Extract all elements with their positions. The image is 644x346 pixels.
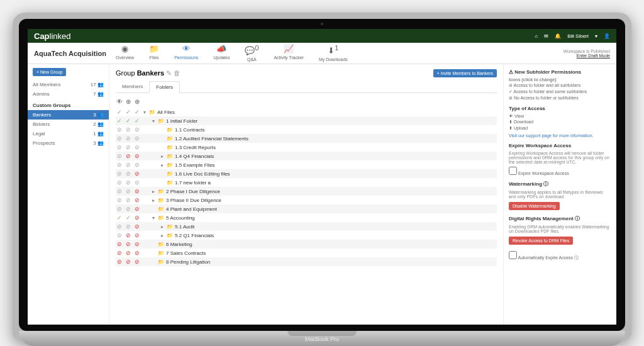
folder-row[interactable]: ⊘⊘⊘📁8 Pending Litigation	[116, 257, 497, 266]
logo: Caplinked	[34, 31, 71, 41]
expand-icon[interactable]: ▸	[151, 189, 156, 194]
nav-files[interactable]: 📁Files	[149, 44, 159, 62]
workspace-name: AquaTech Acquisition	[34, 50, 116, 57]
folder-name: 1.5 Example Files	[175, 162, 215, 168]
download-col-icon[interactable]: ⊕	[125, 98, 132, 105]
folder-row[interactable]: ✓✓✓▾📁1 Initial Folder	[116, 116, 497, 125]
main-panel: Group Bankers ✎ 🗑 + Invite Members to Ba…	[109, 64, 503, 325]
folder-icon: 📁	[158, 215, 164, 221]
folder-row[interactable]: ⊘⊘⊘📁1.6 Live Doc Editing files	[116, 169, 497, 178]
folder-row[interactable]: ⊘⊘⊘📁4 Plant and Equipment	[116, 204, 497, 213]
auto-expire-checkbox[interactable]	[509, 251, 517, 259]
avatar[interactable]: 👤	[604, 33, 610, 39]
folder-name: 1.4 Q4 Financials	[175, 153, 214, 159]
folder-row[interactable]: ⊘⊘⊘▸📁5.2 Q1 Financials	[116, 231, 497, 240]
disable-watermarking-button[interactable]: Disable Watermarking	[509, 202, 560, 210]
sidebar-group-bankers[interactable]: Bankers3 👥	[28, 110, 109, 120]
upload-col-icon[interactable]: ⊕	[133, 98, 141, 105]
folder-name: 1.2 Audited Financial Statements	[175, 136, 248, 142]
subtab-folders[interactable]: Folders	[149, 81, 180, 93]
invite-button[interactable]: + Invite Members to Bankers	[433, 69, 497, 77]
expand-icon[interactable]: ▸	[160, 162, 165, 168]
sidebar-group-bidders[interactable]: Bidders2 👥	[28, 120, 109, 129]
folder-icon: 📁	[167, 180, 173, 186]
expand-icon[interactable]: ▾	[151, 215, 156, 221]
laptop-base: MacBook Pro	[19, 331, 625, 346]
megaphone-icon: 📣	[213, 44, 230, 53]
edit-icon[interactable]: ✎	[166, 69, 172, 77]
folder-icon: 📁	[167, 127, 173, 133]
folder-icon: 📁	[167, 162, 173, 168]
folder-icon: 📁	[167, 153, 173, 159]
expand-icon[interactable]: ▸	[160, 224, 165, 230]
folder-name: 5.1 Audit	[175, 224, 194, 230]
mail-icon[interactable]: ✉	[544, 33, 548, 39]
nav-downloads[interactable]: ⬇1My Downloads	[319, 44, 348, 62]
revoke-drm-button[interactable]: Revoke Access to DRM Files	[509, 237, 573, 245]
expand-icon[interactable]: ▸	[160, 153, 165, 159]
right-panel: ⚠ New Subfolder Permissions Icons (click…	[503, 64, 616, 325]
publish-status: Workspace is Published Enter Draft Mode	[563, 49, 610, 58]
expand-icon[interactable]: ▾	[142, 109, 147, 115]
expand-icon[interactable]: ▸	[151, 198, 156, 203]
folder-row[interactable]: ⊘⊘⊘▸📁1.5 Example Files	[116, 160, 497, 169]
expand-icon[interactable]: ▾	[151, 118, 156, 124]
sidebar-group-legal[interactable]: Legal1 👥	[28, 129, 109, 138]
bell-icon[interactable]: 🔔	[555, 33, 561, 39]
folder-row[interactable]: ✓✓⊘▾📁5 Accounting	[116, 213, 497, 222]
folder-row[interactable]: ⊘⊘⊘📁1.1 Contracts	[116, 125, 497, 134]
folder-row[interactable]: ⊘⊘⊘▸📁3 Phase II Due Diligence	[116, 196, 497, 204]
nav-overview[interactable]: ◉Overview	[116, 44, 134, 62]
folder-name: 2 Phase I Due Diligence	[166, 189, 220, 194]
new-group-button[interactable]: + New Group	[33, 68, 66, 76]
view-col-icon[interactable]: 👁	[116, 98, 123, 105]
folder-name: 5.2 Q1 Financials	[175, 233, 214, 238]
folder-name: 5 Accounting	[166, 215, 195, 221]
expire-checkbox[interactable]	[509, 167, 517, 175]
expire-title: Expire Workspace Access	[509, 143, 611, 148]
folder-row[interactable]: ⊘⊘⊘📁1.3 Credit Reports	[116, 143, 497, 152]
folder-icon: 📁	[167, 224, 173, 230]
expand-icon[interactable]: ▸	[160, 233, 165, 238]
chat-icon: 💬0	[245, 44, 258, 55]
folder-row[interactable]: ⊘⊘⊘▸📁5.1 Audit	[116, 222, 497, 231]
folder-icon: 📁	[149, 44, 159, 53]
nav-updates[interactable]: 📣Updates	[213, 44, 230, 62]
folder-icon: 📁	[158, 189, 164, 194]
subtab-members[interactable]: Members	[116, 81, 149, 92]
folder-name: 4 Plant and Equipment	[166, 206, 217, 212]
user-name[interactable]: Bill Sibert	[567, 33, 589, 39]
folder-name: 3 Phase II Due Diligence	[166, 198, 221, 203]
subfolder-perms-title: ⚠ New Subfolder Permissions	[509, 69, 611, 75]
folder-icon: 📁	[149, 109, 155, 115]
folder-row[interactable]: ⊘⊘⊘📁1.2 Audited Financial Statements	[116, 134, 497, 143]
sidebar-all-members[interactable]: All Members17 👥	[28, 80, 109, 89]
folder-row[interactable]: ✓✓✓▾📁All Files	[116, 108, 497, 116]
folder-icon: 📁	[158, 198, 164, 203]
support-link[interactable]: Visit our support page for more informat…	[509, 133, 611, 138]
folder-icon: 📁	[167, 145, 173, 150]
sidebar-group-prospects[interactable]: Prospects3 👥	[28, 138, 109, 148]
folder-row[interactable]: ⊘⊘⊘📁1.7 new folder a	[116, 178, 497, 187]
download-icon: ⬇1	[319, 44, 348, 55]
folder-icon: 📁	[167, 171, 173, 177]
chevron-down-icon[interactable]: ▾	[595, 33, 597, 39]
topbar: Caplinked ⌂ ✉ 🔔 Bill Sibert ▾ 👤	[28, 29, 616, 43]
folder-icon: 📁	[167, 233, 173, 238]
folder-row[interactable]: ⊘⊘⊘▸📁2 Phase I Due Diligence	[116, 187, 497, 196]
group-title: Group Bankers ✎ 🗑	[116, 69, 180, 77]
home-icon[interactable]: ⌂	[535, 33, 538, 39]
nav-permissions[interactable]: 👁Permissions	[174, 44, 198, 62]
nav-qa[interactable]: 💬0Q&A	[245, 44, 258, 62]
enter-draft-link[interactable]: Enter Draft Mode	[577, 53, 610, 58]
sidebar-admins[interactable]: Admins7 👥	[28, 89, 109, 99]
folder-name: 6 Marketing	[166, 242, 192, 247]
nav-activity[interactable]: 📈Activity Tracker	[274, 44, 303, 62]
delete-icon[interactable]: 🗑	[174, 69, 180, 77]
folder-row[interactable]: ⊘⊘⊘📁6 Marketing	[116, 240, 497, 248]
folder-row[interactable]: ⊘⊘⊘▸📁1.4 Q4 Financials	[116, 152, 497, 160]
folder-row[interactable]: ⊘⊘⊘📁7 Sales Contracts	[116, 248, 497, 257]
folder-name: 1 Initial Folder	[166, 118, 197, 124]
folder-icon: 📁	[158, 250, 164, 256]
folder-name: 1.7 new folder a	[175, 180, 211, 186]
